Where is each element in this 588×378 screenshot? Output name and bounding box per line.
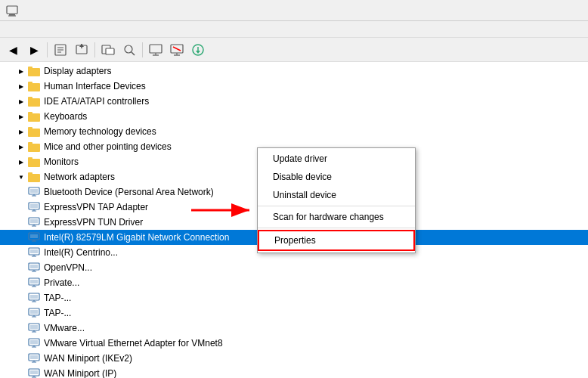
svg-line-13	[132, 52, 135, 55]
context-menu-item-uninstall-device[interactable]: Uninstall device	[258, 186, 415, 204]
download-button[interactable]	[188, 41, 208, 59]
tree-item[interactable]: ▶ IDE ATA/ATAPI controllers	[0, 94, 588, 109]
maximize-button[interactable]	[512, 0, 547, 21]
tree-item[interactable]: TAP-...	[0, 290, 588, 305]
update-driver-button[interactable]	[72, 41, 91, 59]
tree-arrow: ▼	[15, 174, 27, 181]
tree-label: Memory technology devices	[44, 126, 156, 137]
toolbar-sep-2	[94, 42, 95, 57]
svg-rect-57	[30, 249, 38, 253]
device-icon	[27, 276, 41, 290]
folder-icon	[27, 94, 41, 108]
tree-item[interactable]: Private...	[0, 275, 588, 290]
svg-rect-49	[30, 219, 38, 223]
device-icon	[27, 185, 41, 199]
tree-label: VMware...	[44, 323, 85, 333]
tree-item[interactable]: OpenVPN...	[0, 260, 588, 275]
tree-item[interactable]: WAN Miniport (IP)	[0, 366, 588, 378]
device-icon	[27, 306, 41, 320]
device-icon	[27, 200, 41, 214]
toolbar-sep-3	[142, 42, 143, 57]
menu-action[interactable]	[15, 28, 27, 31]
tree-item[interactable]: ▶ Display adapters	[0, 64, 588, 79]
tree-label: TAP-...	[44, 293, 71, 303]
tree-arrow: ▶	[15, 83, 27, 90]
toolbar: ◀ ▶	[0, 38, 588, 62]
context-menu-item-disable-device[interactable]: Disable device	[258, 168, 415, 186]
tree-label: Intel(R) 82579LM Gigabit Network Connect…	[44, 232, 229, 243]
context-menu-item-properties[interactable]: Properties	[258, 230, 415, 251]
svg-rect-77	[30, 325, 38, 329]
svg-rect-14	[150, 45, 162, 53]
close-button[interactable]	[547, 0, 582, 21]
svg-rect-89	[30, 370, 38, 374]
tree-label: Mice and other pointing devices	[44, 141, 172, 152]
context-menu-item-update-driver[interactable]: Update driver	[258, 150, 415, 168]
tree-label: WAN Miniport (IKEv2)	[44, 353, 132, 364]
tree-item[interactable]: ▶ Human Interface Devices	[0, 79, 588, 94]
tree-label: VMware Virtual Ethernet Adapter for VMne…	[44, 338, 223, 349]
svg-rect-85	[30, 355, 38, 359]
menu-help[interactable]	[39, 28, 51, 31]
tree-arrow: ▶	[15, 98, 27, 105]
tree-arrow: ▶	[15, 129, 27, 135]
show-hidden-button[interactable]	[98, 41, 118, 59]
context-menu-item-scan-for-hardware-changes[interactable]: Scan for hardware changes	[258, 208, 415, 226]
computer-button[interactable]	[146, 41, 166, 59]
menu-view[interactable]	[27, 28, 39, 31]
folder-icon	[27, 125, 41, 138]
device-icon	[27, 336, 41, 350]
svg-rect-27	[28, 82, 32, 85]
properties-button[interactable]	[51, 41, 70, 59]
svg-rect-1	[9, 14, 15, 16]
svg-rect-25	[28, 67, 32, 70]
svg-point-12	[125, 45, 132, 53]
tree-item[interactable]: WAN Miniport (IKEv2)	[0, 351, 588, 366]
tree-label: Human Interface Devices	[44, 81, 146, 91]
tree-label: ExpressVPN TUN Driver	[44, 217, 143, 228]
svg-rect-81	[30, 340, 38, 344]
folder-icon	[27, 110, 41, 123]
forward-button[interactable]: ▶	[24, 41, 44, 59]
svg-rect-69	[30, 295, 38, 299]
svg-rect-0	[7, 6, 17, 14]
tree-label: WAN Miniport (IP)	[44, 368, 116, 378]
tree-label: IDE ATA/ATAPI controllers	[44, 96, 149, 107]
device-icon	[27, 215, 41, 229]
svg-rect-61	[30, 265, 38, 268]
svg-rect-53	[30, 234, 38, 238]
device-icon	[27, 321, 41, 335]
tree-item[interactable]: VMware Virtual Ethernet Adapter for VMne…	[0, 336, 588, 351]
tree-label: Keyboards	[44, 111, 87, 122]
tree-item[interactable]: ▶ Keyboards	[0, 109, 588, 124]
tree-arrow: ▶	[15, 144, 27, 150]
window-controls	[478, 0, 582, 21]
scan-button[interactable]	[119, 41, 139, 59]
svg-marker-23	[196, 51, 200, 54]
menu-file[interactable]	[3, 28, 15, 31]
svg-rect-45	[30, 204, 38, 208]
disable-button[interactable]	[167, 41, 187, 59]
tree-label: Bluetooth Device (Personal Area Network)	[44, 187, 214, 197]
device-icon	[27, 291, 41, 305]
svg-rect-73	[30, 310, 38, 314]
minimize-button[interactable]	[478, 0, 512, 21]
back-button[interactable]: ◀	[3, 41, 23, 59]
tree-label: OpenVPN...	[44, 262, 92, 273]
folder-icon	[27, 155, 41, 169]
svg-rect-35	[28, 142, 32, 145]
tree-item[interactable]: TAP-...	[0, 305, 588, 321]
device-icon	[27, 231, 41, 244]
svg-rect-29	[28, 97, 32, 100]
device-icon	[27, 352, 41, 365]
device-icon	[27, 246, 41, 259]
svg-rect-31	[28, 112, 32, 115]
svg-line-18	[173, 47, 181, 51]
tree-label: Network adapters	[44, 172, 115, 182]
tree-item[interactable]: VMware...	[0, 321, 588, 336]
svg-rect-2	[8, 15, 16, 16]
tree-label: ExpressVPN TAP Adapter	[44, 202, 148, 212]
folder-icon	[27, 170, 41, 184]
svg-rect-41	[30, 189, 38, 193]
tree-item[interactable]: ▶ Memory technology devices	[0, 124, 588, 139]
